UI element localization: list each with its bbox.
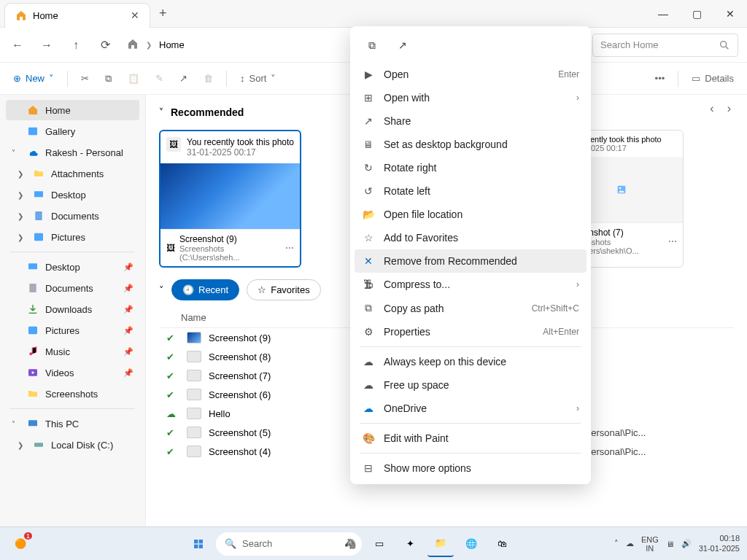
close-window-button[interactable]: ✕ [713, 0, 747, 28]
edge-button[interactable]: 🌐 [458, 531, 484, 557]
store-button[interactable]: 🛍 [489, 531, 515, 557]
ctx-freeup[interactable]: ☁Free up space [355, 373, 587, 397]
onedrive-tray-icon[interactable]: ☁ [626, 539, 634, 548]
ctx-rotate-left[interactable]: ↺Rotate left [355, 179, 587, 203]
new-button[interactable]: ⊕ New ˅ [7, 67, 60, 90]
ctx-moreoptions[interactable]: ⊟Show more options [355, 456, 587, 480]
chevron-right-icon: › [576, 403, 579, 413]
rotate-right-icon: ↻ [362, 162, 375, 174]
ctx-location[interactable]: 📂Open file location [355, 203, 587, 226]
rename-button[interactable]: ✎ [150, 67, 169, 90]
more-button[interactable]: ••• [649, 67, 671, 90]
sidebar-downloads[interactable]: Downloads📌 [6, 299, 139, 319]
sidebar-documents-cloud[interactable]: ❯Documents [6, 206, 139, 226]
ctx-copy-icon[interactable]: ⧉ [359, 34, 385, 57]
new-tab-button[interactable]: + [150, 6, 176, 21]
ctx-copypath[interactable]: ⧉Copy as pathCtrl+Shift+C [355, 296, 587, 320]
svg-rect-3 [35, 211, 42, 220]
openwith-icon: ⊞ [362, 92, 375, 104]
share-button[interactable]: ↗ [174, 67, 193, 90]
image-icon: 🖼 [166, 137, 181, 152]
breadcrumb-home[interactable]: Home [159, 39, 185, 50]
copilot-button[interactable]: ✦ [397, 531, 423, 557]
sidebar-thispc[interactable]: ˅This PC [6, 413, 139, 434]
refresh-button[interactable]: ⟳ [92, 32, 118, 58]
sidebar-documents[interactable]: Documents📌 [6, 278, 139, 298]
taskbar-search[interactable]: 🔍 Search🦓 [216, 532, 362, 556]
task-view-button[interactable]: ▭ [366, 531, 392, 557]
ctx-favorites[interactable]: ☆Add to Favorites [355, 226, 587, 249]
ctx-properties[interactable]: ⚙PropertiesAlt+Enter [355, 320, 587, 343]
ctx-onedrive[interactable]: ☁OneDrive› [355, 397, 587, 420]
tray-chevron[interactable]: ˄ [614, 539, 619, 548]
ctx-remove-recommended[interactable]: ✕Remove from Recommended [355, 249, 587, 273]
ctx-openwith[interactable]: ⊞Open with› [355, 86, 587, 109]
svg-point-13 [619, 187, 622, 190]
close-tab-icon[interactable]: ✕ [131, 9, 139, 21]
ctx-share[interactable]: ↗Share [355, 109, 587, 133]
section-toggle[interactable]: ˅ [159, 284, 164, 295]
explorer-button[interactable]: 📁 [427, 531, 454, 557]
sidebar-pictures-cloud[interactable]: ❯Pictures [6, 227, 139, 247]
svg-rect-6 [29, 284, 36, 292]
card-more-button[interactable]: ⋯ [285, 243, 294, 253]
home-icon [127, 38, 139, 52]
svg-rect-4 [34, 233, 43, 241]
copy-button[interactable]: ⧉ [99, 67, 117, 90]
search-icon [719, 39, 730, 51]
recommended-card[interactable]: 🖼You recently took this photo31-01-2025 … [159, 130, 301, 268]
ctx-share-icon[interactable]: ↗ [390, 34, 416, 57]
back-button[interactable]: ← [4, 32, 31, 58]
next-card-button[interactable]: › [727, 102, 731, 115]
sidebar-personal[interactable]: ˅Rakesh - Personal [6, 142, 139, 163]
ctx-rotate-right[interactable]: ↻Rotate right [355, 156, 587, 179]
maximize-button[interactable]: ▢ [680, 0, 713, 28]
start-button[interactable] [185, 531, 212, 557]
sidebar-music[interactable]: Music📌 [6, 341, 139, 362]
sidebar-videos[interactable]: Videos📌 [6, 362, 139, 383]
sidebar-pictures[interactable]: Pictures📌 [6, 320, 139, 341]
sidebar-desktop-cloud[interactable]: ❯Desktop [6, 184, 139, 205]
cloud-sync-icon: ☁ [362, 356, 375, 368]
ctx-compress[interactable]: 🗜Compress to...› [355, 273, 587, 296]
sidebar-desktop[interactable]: Desktop📌 [6, 257, 139, 277]
pictures-icon [26, 324, 39, 336]
path-icon: ⧉ [362, 302, 375, 314]
disk-icon [32, 439, 45, 451]
filter-recent[interactable]: 🕘 Recent [171, 279, 239, 300]
clock[interactable]: 00:1831-01-2025 [699, 534, 740, 553]
desktop-icon [32, 189, 45, 201]
card-more-button[interactable]: ⋯ [668, 236, 677, 246]
cut-button[interactable]: ✂ [75, 67, 95, 90]
filter-favorites[interactable]: ☆ Favorites [247, 279, 320, 300]
ctx-paint[interactable]: 🎨Edit with Paint [355, 427, 587, 450]
more-icon: ⊟ [362, 462, 375, 474]
app-badge[interactable]: 🟠1 [7, 531, 34, 557]
paste-button[interactable]: 📋 [122, 67, 145, 90]
minimize-button[interactable]: ― [646, 0, 680, 28]
prev-card-button[interactable]: ‹ [710, 102, 713, 115]
tab-home[interactable]: Home ✕ [4, 3, 150, 28]
search-input[interactable]: Search Home [592, 34, 738, 57]
ctx-setbg[interactable]: 🖥Set as desktop background [355, 133, 587, 156]
desktop-icon: 🖥 [362, 139, 375, 150]
ctx-keep-device[interactable]: ☁Always keep on this device [355, 350, 587, 373]
synced-icon: ✔ [166, 370, 179, 381]
file-thumb [187, 446, 201, 457]
details-button[interactable]: ▭ Details [686, 67, 740, 90]
sidebar-gallery[interactable]: Gallery [6, 121, 139, 141]
sidebar-home[interactable]: Home [6, 100, 139, 120]
sort-button[interactable]: ↕ Sort ˅ [234, 67, 282, 90]
network-icon[interactable]: 🖥 [666, 540, 674, 548]
sidebar-screenshots[interactable]: Screenshots [6, 384, 139, 404]
up-button[interactable]: ↑ [63, 32, 89, 58]
forward-button[interactable]: → [34, 32, 60, 58]
onedrive-icon [26, 147, 39, 158]
ctx-open[interactable]: ▶OpenEnter [355, 63, 587, 86]
delete-button[interactable]: 🗑 [198, 67, 219, 90]
volume-icon[interactable]: 🔊 [681, 539, 692, 548]
language-button[interactable]: ENGIN [641, 535, 659, 553]
tab-title: Home [33, 10, 58, 21]
sidebar-attachments[interactable]: ❯Attachments [6, 163, 139, 184]
sidebar-localdisk[interactable]: ❯Local Disk (C:) [6, 435, 139, 455]
